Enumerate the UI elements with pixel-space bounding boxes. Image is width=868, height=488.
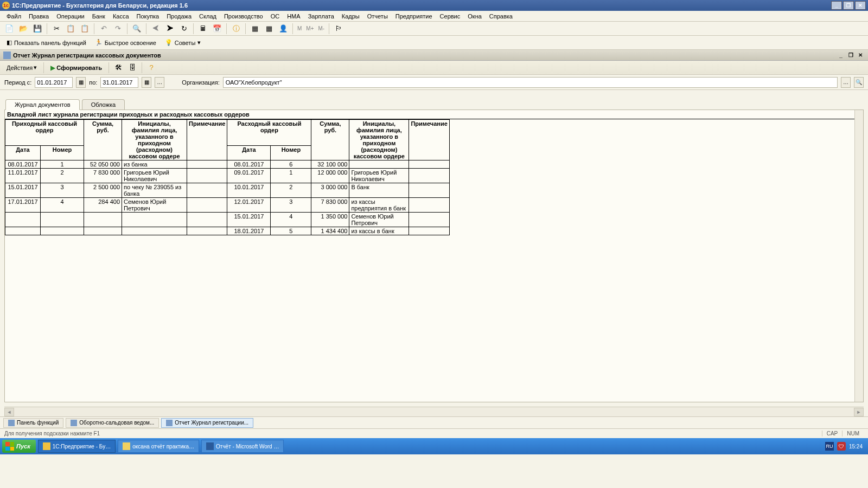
sub-minimize-button[interactable]: _ — [837, 52, 845, 59]
status-cap: CAP — [822, 431, 843, 436]
tips-button[interactable]: 💡 Советы ▾ — [162, 37, 204, 49]
help-icon[interactable]: ? — [145, 62, 157, 74]
undo-icon[interactable]: ↶ — [98, 23, 110, 35]
calc-icon[interactable]: 🖩 — [197, 23, 209, 35]
info-icon[interactable]: ⓘ — [230, 23, 242, 35]
restore-button[interactable]: ❐ — [843, 1, 854, 10]
org-select-button[interactable]: … — [841, 77, 851, 88]
scroll-left-icon[interactable]: ◄ — [4, 408, 14, 416]
doc-tab-panel-functions[interactable]: Панель функций — [3, 418, 63, 428]
task-1c[interactable]: 1С:Предприятие - Бу… — [38, 440, 116, 453]
table-row[interactable]: 18.01.201751 434 400из кассы в банк — [5, 227, 450, 235]
grid2-icon[interactable]: ▦ — [263, 23, 275, 35]
refresh-icon[interactable]: ↻ — [178, 23, 190, 35]
menu-help[interactable]: Справка — [486, 12, 516, 21]
clock[interactable]: 15:24 — [849, 444, 863, 450]
status-bar: Для получения подсказки нажмите F1 CAP N… — [0, 428, 868, 438]
menu-windows[interactable]: Окна — [464, 12, 485, 21]
scroll-track[interactable] — [14, 408, 854, 416]
copy-icon[interactable]: 📋 — [65, 23, 76, 35]
menu-salary[interactable]: Зарплата — [305, 12, 337, 21]
menu-bank[interactable]: Банк — [89, 12, 108, 21]
table-row[interactable]: 11.01.201727 830 000Григорьев Юрий Никол… — [5, 169, 450, 183]
settings-icon[interactable]: 🛠 — [112, 62, 124, 74]
menu-enterprise[interactable]: Предприятие — [392, 12, 436, 21]
nav-fwd-icon[interactable]: ⮞ — [164, 23, 176, 35]
sub-close-button[interactable]: ✕ — [856, 52, 865, 59]
task-word[interactable]: Отчёт - Microsoft Word … — [201, 440, 284, 453]
start-button[interactable]: Пуск — [2, 440, 36, 453]
generate-button[interactable]: ▶ Сформировать — [47, 63, 105, 73]
report-title: Вкладной лист журнала регистрации приход… — [5, 110, 863, 119]
separator — [329, 23, 329, 34]
tab-strip: Журнал документов Обложка — [0, 97, 868, 110]
separator — [127, 23, 127, 34]
col-sum-in: Сумма, руб. — [84, 120, 122, 160]
menu-production[interactable]: Производство — [221, 12, 266, 21]
menu-sale[interactable]: Продажа — [163, 12, 195, 21]
tab-cover[interactable]: Обложка — [82, 99, 125, 110]
date-from-input[interactable] — [35, 77, 73, 88]
close-button[interactable]: ✕ — [855, 1, 866, 10]
menu-file[interactable]: Файл — [3, 12, 24, 21]
menu-cash[interactable]: Касса — [110, 12, 132, 21]
horizontal-scrollbar[interactable]: ◄ ► — [4, 407, 864, 416]
open-icon[interactable]: 📂 — [17, 23, 29, 35]
menu-os[interactable]: ОС — [267, 12, 283, 21]
lang-indicator[interactable]: RU — [825, 442, 834, 451]
table-row[interactable]: 15.01.201741 350 000Семенов Юрий Петрови… — [5, 213, 450, 227]
m-button[interactable]: M — [296, 25, 303, 31]
separator — [94, 23, 94, 34]
search-icon[interactable]: 🔍 — [131, 23, 143, 35]
date-to-input[interactable] — [100, 77, 138, 88]
org-search-icon[interactable]: 🔍 — [854, 77, 864, 88]
table-row[interactable]: 15.01.201732 500 000по чеку № 239055 из … — [5, 183, 450, 198]
menu-edit[interactable]: Правка — [25, 12, 52, 21]
date-from-calendar-icon[interactable]: ▦ — [76, 77, 86, 88]
menu-personnel[interactable]: Кадры — [339, 12, 363, 21]
date-to-calendar-icon[interactable]: ▦ — [142, 77, 151, 88]
col-incoming-order: Приходный кассовый ордер — [5, 120, 84, 146]
shield-icon[interactable]: 🛡 — [837, 442, 846, 451]
table-row[interactable]: 08.01.2017152 050 000из банка08.01.20176… — [5, 160, 450, 169]
new-file-icon[interactable]: 📄 — [3, 23, 15, 35]
nav-back-icon[interactable]: ⮜ — [150, 23, 162, 35]
redo-icon[interactable]: ↷ — [112, 23, 124, 35]
menu-service[interactable]: Сервис — [437, 12, 464, 21]
vertical-scrollbar[interactable] — [854, 110, 863, 402]
period-select-button[interactable]: … — [155, 77, 164, 88]
calendar-icon[interactable]: 📅 — [211, 23, 223, 35]
m-minus-button[interactable]: M- — [317, 25, 326, 31]
task-folder[interactable]: оксана отчёт практика… — [118, 440, 199, 453]
table-row[interactable]: 17.01.20174284 400Семенов Юрий Петрович1… — [5, 198, 450, 213]
m-plus-button[interactable]: M+ — [305, 25, 315, 31]
separator — [193, 23, 194, 34]
col-num-in: Номер — [41, 146, 84, 160]
doc-tab-oborotno[interactable]: Оборотно-сальдовая ведом... — [66, 418, 159, 428]
col-num-out: Номер — [271, 146, 311, 160]
person-icon[interactable]: 👤 — [277, 23, 289, 35]
menu-warehouse[interactable]: Склад — [196, 12, 220, 21]
scroll-right-icon[interactable]: ► — [854, 408, 864, 416]
show-panel-functions-button[interactable]: ◧ Показать панель функций — [3, 37, 90, 49]
grid-icon[interactable]: ▦ — [249, 23, 261, 35]
cut-icon[interactable]: ✂ — [50, 23, 62, 35]
quick-start-button[interactable]: 🏃 Быстрое освоение — [92, 37, 159, 49]
sub-restore-button[interactable]: ❐ — [846, 52, 855, 59]
report-content[interactable]: Вкладной лист журнала регистрации приход… — [4, 110, 864, 402]
paste-icon[interactable]: 📋 — [79, 23, 91, 35]
minimize-button[interactable]: _ — [831, 1, 842, 10]
menu-reports[interactable]: Отчеты — [364, 12, 391, 21]
flag-icon[interactable]: 🏳 — [333, 23, 344, 35]
actions-dropdown[interactable]: Действия ▾ — [3, 63, 40, 72]
menu-operations[interactable]: Операции — [53, 12, 87, 21]
save-icon[interactable]: 💾 — [31, 23, 43, 35]
menu-purchase[interactable]: Покупка — [133, 12, 163, 21]
period-from-label: Период с: — [4, 79, 31, 86]
filter-icon[interactable]: 🗄 — [126, 62, 138, 74]
menu-nma[interactable]: НМА — [284, 12, 303, 21]
tab-journal[interactable]: Журнал документов — [5, 99, 80, 110]
org-input[interactable] — [223, 77, 838, 88]
separator — [108, 62, 109, 73]
doc-tab-report[interactable]: Отчет Журнал регистрации... — [161, 418, 253, 428]
